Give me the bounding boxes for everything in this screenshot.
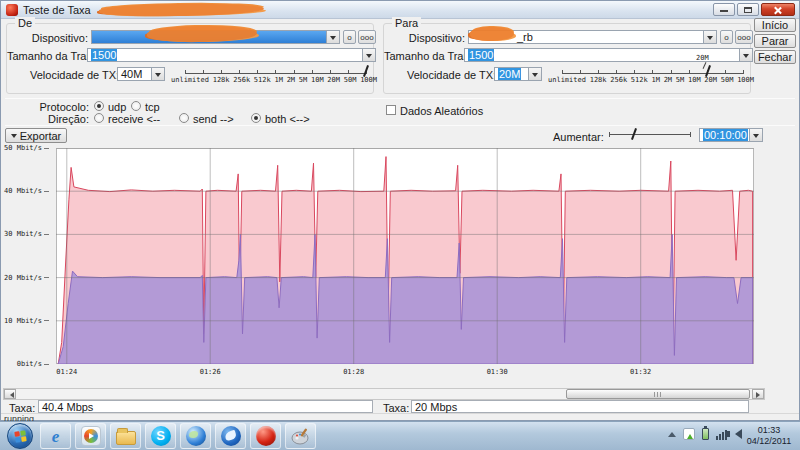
slider-tick-label: 50M [721,76,734,84]
slider-tick-label: 5M [676,76,684,84]
inicio-button[interactable]: Início [754,18,796,32]
bandwidth-chart: 0bit/s10 Mbit/s20 Mbit/s30 Mbit/s40 Mbit… [1,144,799,384]
screen: Teste de Taxa De Dispositivo: o ooo Tama… [0,0,800,450]
para-browse-large-button[interactable]: ooo [735,30,753,44]
slider-tick-label: 100M [360,76,377,84]
slider-tick-mark [257,70,258,74]
volume-icon[interactable] [730,429,742,439]
radio-both[interactable] [251,113,261,123]
taskbar-item-media-player[interactable] [75,423,106,449]
para-slider-tooltip: 20M [696,54,709,62]
minimize-button[interactable] [713,3,735,16]
scrollbar-thumb[interactable] [566,389,750,399]
para-velocidade-combobox[interactable]: 20M [494,67,542,81]
taskbar-item-google-earth[interactable] [180,423,211,449]
close-button[interactable] [761,3,795,16]
scroll-left-button[interactable] [4,389,16,399]
chevron-down-icon[interactable] [151,68,164,80]
radio-receive[interactable] [94,113,104,123]
parar-button[interactable]: Parar [754,34,796,48]
taskbar-clock[interactable]: 01:33 04/12/2011 [742,425,796,447]
slider-tick-mark [294,70,295,74]
dispositivo-label: Dispositivo: [389,32,465,44]
chevron-down-icon[interactable] [749,129,762,141]
aumentar-combobox[interactable]: 00:10:00 [699,128,763,142]
chevron-down-icon[interactable] [739,49,752,61]
chevron-down-icon[interactable] [703,31,716,43]
exportar-label: Exportar [20,130,62,142]
slider-tick-mark [203,70,204,74]
taskbar-item-paint[interactable] [285,423,316,449]
radio-udp[interactable] [94,101,104,111]
velocidade-label: Velocidade de TX: [30,69,115,81]
tamanho-label: Tamanho da Transmissão: [384,50,462,62]
minimize-icon [720,10,728,12]
app-icon [6,4,18,16]
para-slider-tooltip-line [703,62,707,69]
slider-tick-label: 512k [254,76,271,84]
chevron-down-icon[interactable] [528,68,541,80]
para-tamanho-combobox[interactable]: 1500 [464,48,753,62]
redaction-scribble-title [99,3,264,18]
dados-aleatorios-label: Dados Aleatórios [400,105,483,117]
slider-tick-labels: unlimited128k256k512k1M2M5M10M20M50M100M [548,76,754,84]
battery-icon[interactable] [702,428,709,440]
action-center-icon[interactable] [683,428,695,440]
maximize-button[interactable] [737,3,759,16]
de-browse-large-button[interactable]: ooo [358,30,376,44]
slider-tick-label: unlimited [171,76,209,84]
x-tick-label: 01:30 [482,368,512,376]
slider-tick-label: 512k [631,76,648,84]
taskbar-item-internet-explorer[interactable]: e [40,423,71,449]
de-velocidade-combobox[interactable]: 40M [117,67,165,81]
exportar-button[interactable]: Exportar [5,128,67,143]
aumentar-slider[interactable] [609,128,691,140]
scrollbar-grip [654,392,663,397]
taskbar-item-bandwidth-app[interactable] [250,423,281,449]
chart-horizontal-scrollbar[interactable] [3,388,765,400]
chevron-down-icon [11,134,17,141]
taskbar-item-thunderbird[interactable] [215,423,246,449]
taskbar-item-skype[interactable]: S [145,423,176,449]
para-browse-small-button[interactable]: o [720,30,733,44]
scroll-right-button[interactable] [752,389,764,399]
chart-plot-area [56,148,754,364]
paint-icon [291,426,311,446]
radio-send[interactable] [179,113,189,123]
para-velocidade-value: 20M [498,68,521,80]
slider-tick-label: 20M [704,76,717,84]
taskbar-item-explorer[interactable] [110,423,141,449]
x-tick-label: 01:28 [339,368,369,376]
slider-tick-mark [725,70,726,74]
para-tx-speed-slider[interactable]: 20M unlimited128k256k512k1M2M5M10M20M50M… [562,67,744,89]
network-signal-icon[interactable] [716,428,727,440]
dados-aleatorios-checkbox[interactable] [386,105,396,115]
slider-tick-mark [616,70,617,74]
chevron-down-icon[interactable] [362,49,375,61]
y-tick-label: 0bit/s [1,360,49,368]
slider-tick-mark [689,70,690,74]
slider-tick-labels: unlimited128k256k512k1M2M5M10M20M50M100M [171,76,377,84]
show-hidden-icons-button[interactable] [668,428,676,437]
slider-tick-label: 2M [664,76,672,84]
de-browse-small-button[interactable]: o [343,30,356,44]
de-velocidade-value: 40M [118,68,151,80]
taxa-rx-field: 20 Mbps [411,400,749,413]
de-tamanho-combobox[interactable]: 1500 [87,48,376,62]
chevron-down-icon[interactable] [326,31,339,43]
fechar-button[interactable]: Fechar [754,50,796,64]
slider-tick-label: 50M [344,76,357,84]
internet-explorer-icon: e [52,428,60,445]
slider-tick-label: 256k [610,76,627,84]
slider-tick-label: 20M [327,76,340,84]
slider-tick-mark [239,70,240,74]
radio-udp-label: udp [108,101,126,113]
slider-tick-label: 10M [688,76,701,84]
start-button[interactable] [7,423,33,449]
slider-tick-mark [580,70,581,74]
clock-time: 01:33 [742,425,796,436]
y-tick-label: 50 Mbit/s [1,144,49,152]
radio-tcp[interactable] [131,101,141,111]
de-tx-speed-slider[interactable]: unlimited128k256k512k1M2M5M10M20M50M100M [185,67,367,89]
slider-tick-mark [330,70,331,74]
